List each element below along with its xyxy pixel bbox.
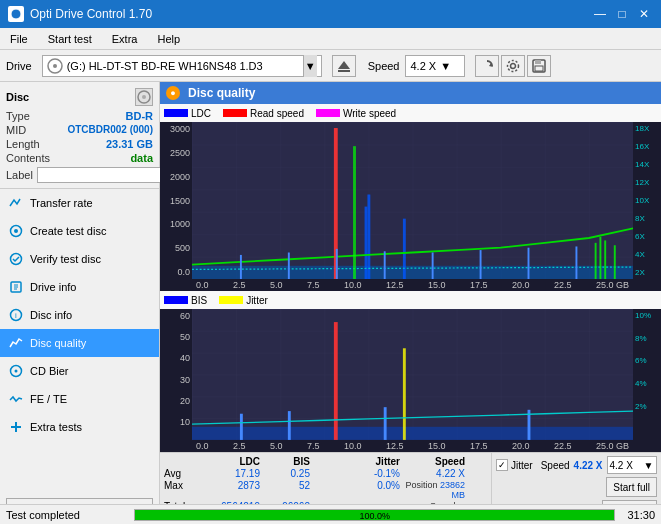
speed-dropdown[interactable]: 4.2 X ▼ (607, 456, 657, 474)
maximize-button[interactable]: □ (613, 5, 631, 23)
label-input[interactable] (37, 167, 170, 183)
speed-select[interactable]: 4.2 X ▼ (405, 55, 465, 77)
svg-rect-37 (599, 237, 601, 279)
speed-stat-label: Speed (541, 460, 570, 471)
svg-marker-3 (338, 61, 350, 69)
write-speed-color (316, 109, 340, 117)
toolbar-icons (475, 55, 551, 77)
drive-dropdown-arrow[interactable]: ▼ (303, 55, 317, 77)
cd-bier-label: CD Bier (30, 365, 69, 377)
mid-label: MID (6, 124, 26, 136)
svg-rect-56 (403, 348, 406, 440)
title-bar: Opti Drive Control 1.70 — □ ✕ (0, 0, 661, 28)
chart-area: ● Disc quality LDC Read speed Write spee… (160, 82, 661, 524)
bottom-chart-svg (192, 309, 633, 440)
close-button[interactable]: ✕ (635, 5, 653, 23)
svg-point-6 (511, 63, 516, 68)
sidebar-item-fe-te[interactable]: FE / TE (0, 385, 159, 413)
svg-rect-27 (15, 422, 17, 432)
jitter-color (219, 296, 243, 304)
fe-te-label: FE / TE (30, 393, 67, 405)
svg-point-0 (11, 9, 21, 19)
top-chart-canvas (192, 122, 633, 279)
max-ldc: 2873 (202, 480, 260, 500)
disc-image-icon[interactable] (135, 88, 153, 106)
menu-start-test[interactable]: Start test (42, 31, 98, 47)
sidebar-item-transfer-rate[interactable]: Transfer rate (0, 189, 159, 217)
drive-select[interactable]: (G:) HL-DT-ST BD-RE WH16NS48 1.D3 ▼ (42, 55, 322, 77)
app-icon (8, 6, 24, 22)
svg-rect-43 (384, 251, 386, 279)
chart-legend: LDC Read speed Write speed (160, 104, 661, 122)
bis-legend-label: BIS (191, 295, 207, 306)
speed-dropdown-value: 4.2 X (610, 460, 633, 471)
sidebar-item-cd-bier[interactable]: CD Bier (0, 357, 159, 385)
top-chart-x-axis: 0.0 2.5 5.0 7.5 10.0 12.5 15.0 17.5 20.0… (192, 279, 633, 291)
bottom-chart-x-row: 0.0 2.5 5.0 7.5 10.0 12.5 15.0 17.5 20.0… (160, 440, 661, 452)
legend-write-speed: Write speed (316, 108, 396, 119)
sidebar-item-disc-quality[interactable]: Disc quality (0, 329, 159, 357)
start-full-button[interactable]: Start full (606, 477, 657, 497)
stats-avg-row: Avg 17.19 0.25 -0.1% 4.22 X (164, 468, 487, 479)
disc-quality-label: Disc quality (30, 337, 86, 349)
menu-help[interactable]: Help (151, 31, 186, 47)
create-test-disc-icon (8, 223, 24, 239)
bis-color (164, 296, 188, 304)
settings-button[interactable] (501, 55, 525, 77)
jitter-checkbox[interactable]: ✓ (496, 459, 508, 471)
jitter-speed-row: ✓ Jitter Speed 4.22 X 4.2 X ▼ (496, 456, 657, 474)
avg-jitter: -0.1% (340, 468, 400, 479)
cd-bier-icon (8, 363, 24, 379)
svg-rect-40 (240, 255, 242, 279)
disc-info-icon: i (8, 307, 24, 323)
minimize-button[interactable]: — (591, 5, 609, 23)
svg-rect-50 (192, 427, 633, 440)
extra-tests-label: Extra tests (30, 421, 82, 433)
svg-rect-32 (367, 195, 370, 280)
refresh-button[interactable] (475, 55, 499, 77)
save-button[interactable] (527, 55, 551, 77)
svg-rect-39 (614, 245, 616, 279)
jitter-checkbox-group[interactable]: ✓ Jitter (496, 459, 533, 471)
svg-rect-9 (535, 60, 541, 64)
svg-rect-36 (595, 243, 597, 279)
avg-speed: 4.22 X (400, 468, 465, 479)
eject-button[interactable] (332, 55, 356, 77)
bottom-chart-y-axis-left: 60 50 40 30 20 10 (160, 309, 192, 440)
extra-tests-icon (8, 419, 24, 435)
svg-rect-44 (432, 253, 434, 280)
stats-max-row: Max 2873 52 0.0% Position 23862 MB (164, 480, 487, 500)
top-chart-y-axis-left: 3000 2500 2000 1500 1000 500 0.0 (160, 122, 192, 279)
speed-stat-value: 4.22 X (574, 460, 603, 471)
sidebar-item-extra-tests[interactable]: Extra tests (0, 413, 159, 441)
sidebar-item-disc-info[interactable]: i Disc info (0, 301, 159, 329)
sidebar-item-drive-info[interactable]: Drive info (0, 273, 159, 301)
menu-file[interactable]: File (4, 31, 34, 47)
mid-value: OTCBDR002 (000) (67, 124, 153, 136)
svg-rect-4 (338, 70, 350, 72)
bottom-chart-canvas (192, 309, 633, 440)
sidebar-item-verify-test-disc[interactable]: Verify test disc (0, 245, 159, 273)
sidebar-item-create-test-disc[interactable]: Create test disc (0, 217, 159, 245)
bottom-chart: 60 50 40 30 20 10 (160, 309, 661, 440)
menu-bar: File Start test Extra Help (0, 28, 661, 50)
ldc-header: LDC (202, 456, 260, 467)
top-chart-svg (192, 122, 633, 279)
svg-rect-38 (604, 240, 606, 279)
svg-point-12 (142, 95, 146, 99)
read-speed-color (223, 109, 247, 117)
type-label: Type (6, 110, 30, 122)
sidebar: Disc Type BD-R MID OTCBDR002 (000) Lengt… (0, 82, 160, 524)
svg-rect-49 (192, 309, 633, 440)
bottom-chart-y-axis-right: 10% 8% 6% 4% 2% (633, 309, 661, 440)
svg-rect-52 (288, 411, 291, 440)
menu-extra[interactable]: Extra (106, 31, 144, 47)
max-jitter: 0.0% (340, 480, 400, 500)
jitter-header-col: Jitter (340, 456, 400, 467)
type-value: BD-R (126, 110, 154, 122)
max-label: Max (164, 480, 202, 500)
contents-label: Contents (6, 152, 50, 164)
disc-panel: Disc Type BD-R MID OTCBDR002 (000) Lengt… (0, 82, 159, 189)
legend-read-speed: Read speed (223, 108, 304, 119)
drive-text: (G:) HL-DT-ST BD-RE WH16NS48 1.D3 (67, 60, 263, 72)
